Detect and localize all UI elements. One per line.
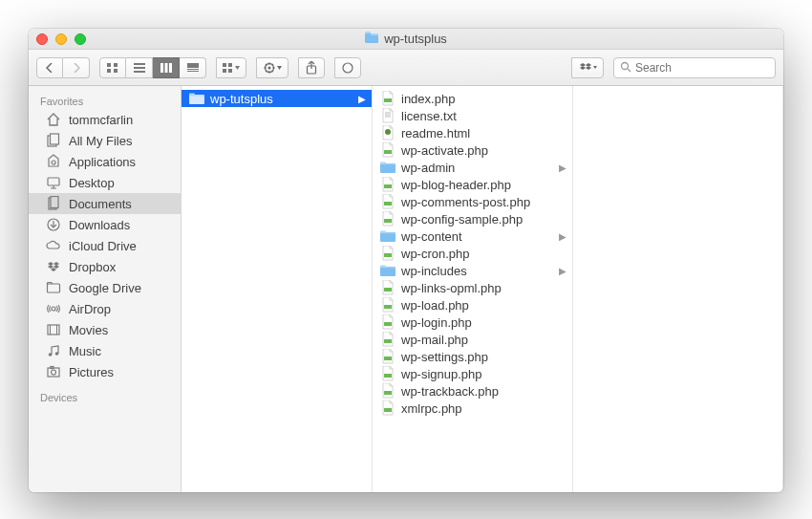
titlebar: wp-tutsplus (29, 29, 783, 50)
chevron-right-icon: ▶ (559, 231, 566, 242)
svg-rect-66 (380, 267, 395, 276)
file-row[interactable]: readme.html (373, 124, 572, 141)
file-row[interactable]: wp-links-opml.php (373, 279, 572, 296)
svg-rect-2 (114, 63, 118, 67)
svg-rect-65 (384, 253, 392, 257)
item-name: xmlrpc.php (401, 401, 462, 416)
column-0[interactable]: wp-tutsplus▶ (182, 86, 373, 492)
arrange-button[interactable] (216, 57, 246, 78)
item-name: wp-mail.php (401, 333, 468, 347)
file-row[interactable]: wp-cron.php (373, 245, 572, 262)
svg-rect-36 (48, 178, 59, 185)
file-row[interactable]: wp-blog-header.php (373, 176, 572, 193)
sidebar-item[interactable]: Dropbox (29, 256, 181, 277)
file-row[interactable]: wp-signup.php (373, 365, 572, 382)
sidebar-item[interactable]: AirDrop (29, 298, 181, 319)
view-columns-button[interactable] (153, 57, 180, 78)
folder-row[interactable]: wp-content▶ (373, 227, 572, 245)
svg-point-58 (385, 129, 391, 135)
file-row[interactable]: wp-config-sample.php (373, 210, 572, 227)
share-button[interactable] (298, 57, 325, 78)
file-row[interactable]: wp-trackback.php (373, 382, 572, 400)
svg-point-19 (268, 66, 271, 69)
file-icon (380, 246, 395, 261)
file-icon (380, 332, 395, 347)
item-name: readme.html (401, 126, 470, 141)
folder-icon (380, 160, 395, 175)
sidebar-item-label: Pictures (69, 365, 114, 379)
svg-rect-64 (380, 232, 395, 242)
svg-rect-69 (384, 322, 392, 326)
forward-button[interactable] (63, 57, 90, 78)
svg-point-49 (55, 352, 59, 356)
sidebar-item[interactable]: Downloads (29, 214, 181, 235)
downloads-icon (46, 217, 61, 232)
search-field[interactable] (613, 57, 776, 78)
folder-row[interactable]: wp-includes▶ (373, 262, 572, 279)
svg-rect-8 (160, 63, 163, 73)
file-row[interactable]: wp-mail.php (373, 331, 572, 348)
view-coverflow-button[interactable] (180, 57, 206, 78)
svg-rect-1 (107, 63, 111, 67)
folder-row[interactable]: wp-tutsplus▶ (182, 90, 372, 107)
svg-rect-11 (187, 63, 199, 68)
view-list-button[interactable] (126, 57, 153, 78)
search-input[interactable] (635, 61, 769, 75)
item-name: wp-blog-header.php (401, 178, 511, 192)
dropbox-group (571, 57, 604, 78)
dropbox-button[interactable] (571, 57, 604, 78)
svg-rect-53 (189, 95, 204, 104)
finder-window: wp-tutsplus (29, 29, 783, 492)
column-1[interactable]: index.phplicense.txtreadme.htmlwp-activa… (373, 86, 573, 492)
close-button[interactable] (36, 33, 48, 45)
allfiles-icon (46, 133, 61, 148)
svg-rect-5 (134, 63, 145, 65)
maximize-button[interactable] (75, 33, 86, 45)
movies-icon (46, 322, 61, 337)
sidebar-item[interactable]: Desktop (29, 172, 181, 193)
file-row[interactable]: wp-login.php (373, 314, 572, 331)
file-row[interactable]: index.php (373, 90, 572, 107)
svg-rect-62 (384, 202, 392, 205)
svg-rect-16 (223, 69, 226, 73)
icloud-icon (46, 238, 61, 253)
item-name: wp-load.php (401, 298, 469, 313)
item-name: wp-admin (401, 161, 455, 175)
minimize-button[interactable] (55, 33, 67, 45)
svg-rect-68 (384, 305, 392, 309)
sidebar-item[interactable]: All My Files (29, 130, 181, 151)
file-icon (380, 366, 395, 381)
sidebar-item[interactable]: iCloud Drive (29, 235, 181, 256)
sidebar-item[interactable]: Google Drive (29, 277, 181, 298)
sidebar-item[interactable]: Documents (29, 193, 181, 214)
sidebar-item-label: Documents (69, 197, 132, 211)
svg-rect-10 (169, 63, 172, 73)
sidebar-item[interactable]: tommcfarlin (29, 109, 181, 130)
svg-point-31 (622, 62, 629, 69)
svg-line-32 (628, 69, 630, 72)
folder-row[interactable]: wp-admin▶ (373, 159, 572, 176)
sidebar-item[interactable]: Music (29, 340, 181, 361)
column-2[interactable] (573, 86, 783, 492)
item-name: wp-includes (401, 264, 467, 278)
sidebar-item-label: tommcfarlin (69, 113, 133, 127)
sidebar-item[interactable]: Pictures (29, 361, 181, 382)
file-row[interactable]: wp-comments-post.php (373, 193, 572, 210)
action-group (256, 57, 288, 78)
sidebar-item[interactable]: Applications (29, 151, 181, 172)
back-button[interactable] (36, 57, 63, 78)
file-row[interactable]: license.txt (373, 107, 572, 124)
view-icons-button[interactable] (99, 57, 126, 78)
file-row[interactable]: xmlrpc.php (373, 400, 572, 417)
window-title-text: wp-tutsplus (384, 32, 447, 46)
folder-icon (380, 263, 395, 278)
file-row[interactable]: wp-settings.php (373, 348, 572, 365)
file-row[interactable]: wp-load.php (373, 296, 572, 314)
sidebar-item-label: iCloud Drive (69, 239, 137, 253)
action-button[interactable] (256, 57, 288, 78)
file-icon (380, 91, 395, 106)
chevron-right-icon: ▶ (358, 94, 366, 104)
tags-button[interactable] (334, 57, 361, 78)
sidebar-item[interactable]: Movies (29, 319, 181, 340)
file-row[interactable]: wp-activate.php (373, 141, 572, 159)
